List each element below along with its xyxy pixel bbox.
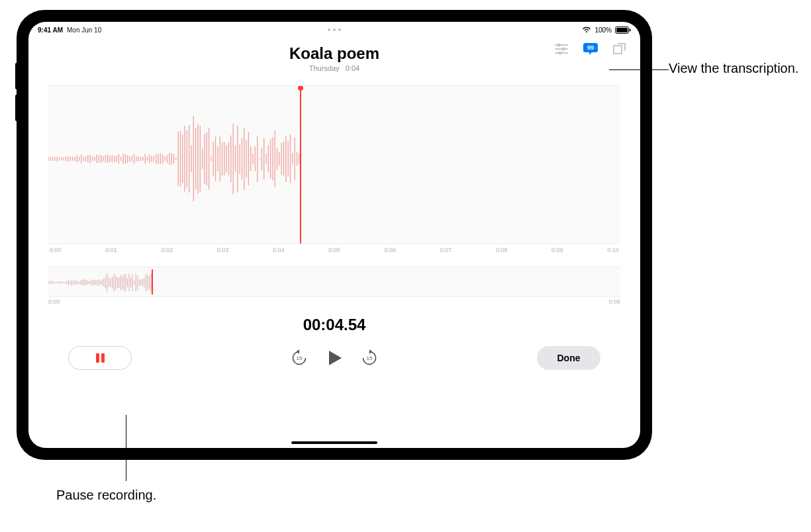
wifi-icon (582, 26, 591, 33)
recording-day: Thursday (309, 64, 340, 72)
ruler-tick: 0:09 (551, 247, 563, 253)
multitask-dots-icon[interactable] (328, 28, 341, 31)
svg-point-6 (557, 44, 559, 46)
screen: 9:41 AM Mon Jun 10 100% 99 (28, 22, 640, 448)
svg-marker-188 (297, 349, 299, 354)
ruler-tick: 0:07 (440, 247, 452, 253)
skip-forward-15-button[interactable]: 15 (361, 349, 378, 367)
svg-rect-1 (616, 28, 628, 32)
callout-transcription: View the transcription. (669, 60, 801, 77)
main-waveform[interactable] (48, 85, 620, 244)
time-ruler: 0:000:010:020:030:040:050:060:070:080:09… (48, 245, 620, 255)
playhead-icon[interactable] (300, 86, 301, 244)
battery-icon (615, 26, 631, 34)
skip-back-label: 15 (297, 355, 303, 361)
elapsed-timer: 00:04.54 (28, 316, 640, 334)
overview-playhead-icon[interactable] (152, 269, 153, 294)
ruler-tick: 0:02 (161, 247, 173, 253)
callout-pause: Pause recording. (56, 486, 175, 504)
ruler-tick: 0:00 (50, 247, 62, 253)
svg-point-8 (559, 52, 561, 54)
skip-back-15-button[interactable]: 15 (291, 349, 308, 367)
home-indicator[interactable] (291, 441, 377, 444)
done-button[interactable]: Done (537, 346, 600, 370)
overview-waveform[interactable] (48, 267, 620, 297)
controls-row: 15 15 Done (28, 334, 640, 370)
ruler-tick: 0:08 (496, 247, 508, 253)
volume-down-hw-button (15, 95, 18, 121)
overview-start-label: 0:00 (48, 298, 60, 305)
svg-text:99: 99 (587, 44, 594, 51)
recording-title[interactable]: Koala poem (28, 44, 640, 63)
svg-point-7 (562, 48, 564, 50)
overview-labels: 0:00 0:05 (48, 298, 620, 305)
ruler-tick: 0:04 (273, 247, 285, 253)
options-icon[interactable] (553, 42, 570, 56)
ruler-tick: 0:01 (105, 247, 117, 253)
status-date: Mon Jun 10 (67, 26, 101, 34)
recording-duration: 0:04 (346, 64, 359, 72)
ipad-frame: 9:41 AM Mon Jun 10 100% 99 (17, 10, 652, 460)
status-time: 9:41 AM (38, 26, 63, 34)
skip-fwd-label: 15 (367, 355, 373, 361)
title-area: Koala poem Thursday 0:04 (28, 44, 640, 72)
ruler-tick: 0:10 (607, 247, 619, 253)
pause-button[interactable] (68, 346, 132, 370)
volume-up-hw-button (15, 63, 18, 89)
pause-icon (96, 353, 105, 363)
play-button[interactable] (325, 349, 344, 367)
status-bar: 9:41 AM Mon Jun 10 100% (28, 22, 640, 36)
battery-percent: 100% (595, 26, 612, 34)
done-label: Done (557, 353, 581, 363)
transcription-icon[interactable]: 99 (582, 42, 599, 56)
svg-marker-190 (369, 349, 372, 354)
overview-end-label: 0:05 (608, 298, 620, 305)
ruler-tick: 0:03 (217, 247, 229, 253)
callout-transcription-text: View the transcription. (669, 61, 798, 75)
top-toolbar: 99 (553, 42, 628, 56)
ruler-tick: 0:05 (328, 247, 340, 253)
playback-controls: 15 15 (291, 349, 378, 367)
status-right: 100% (582, 26, 631, 34)
trim-icon[interactable] (611, 42, 628, 56)
svg-marker-189 (329, 351, 342, 365)
svg-rect-10 (614, 46, 622, 54)
svg-rect-2 (630, 28, 631, 31)
callout-pause-text: Pause recording. (56, 488, 156, 502)
ruler-tick: 0:06 (384, 247, 396, 253)
